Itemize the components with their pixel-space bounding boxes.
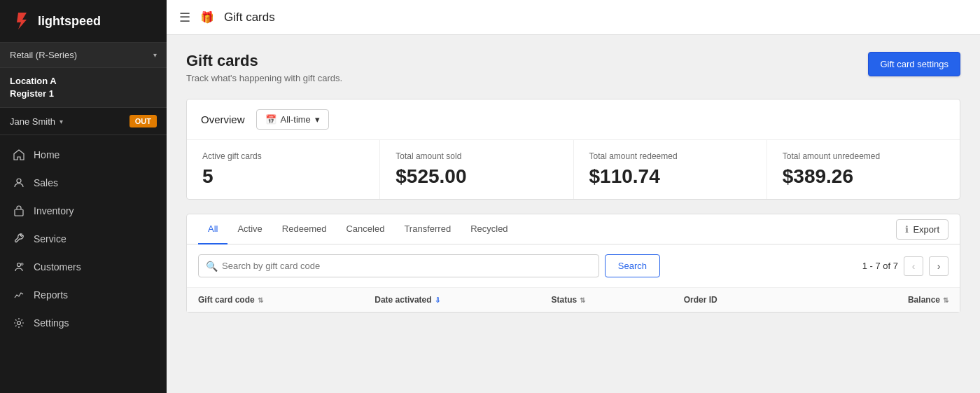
column-header-balance[interactable]: Balance ⇅	[816, 295, 948, 305]
chevron-down-icon: ▾	[153, 51, 157, 59]
svg-point-1	[17, 179, 21, 183]
export-label: Export	[913, 224, 939, 235]
sidebar-item-sales-label: Sales	[34, 177, 58, 188]
sidebar-item-settings[interactable]: Settings	[0, 309, 167, 337]
stat-total-unredeemed-value: $389.26	[783, 165, 944, 188]
stat-total-redeemed: Total amount redeemed $110.74	[574, 140, 767, 199]
sidebar-logo-text: lightspeed	[38, 14, 101, 29]
stat-total-unredeemed-label: Total amount unredeemed	[783, 151, 944, 161]
stat-active-cards-value: 5	[202, 165, 364, 188]
sidebar-store-name: Retail (R-Series)	[10, 50, 77, 60]
calendar-icon: 📅	[265, 114, 276, 125]
chevron-down-icon: ▾	[59, 118, 63, 125]
pagination-info: 1 - 7 of 7	[862, 261, 898, 271]
table-header: Gift card code ⇅ Date activated ⇩ Status…	[187, 288, 960, 312]
sidebar-item-service-label: Service	[34, 233, 66, 244]
gift-card-settings-button[interactable]: Gift card settings	[868, 52, 960, 76]
svg-rect-2	[15, 209, 23, 216]
sidebar-item-inventory-label: Inventory	[34, 205, 74, 216]
settings-icon	[13, 317, 25, 329]
tab-active[interactable]: Active	[227, 214, 272, 244]
sidebar-item-customers-label: Customers	[34, 261, 81, 273]
svg-marker-0	[17, 13, 27, 29]
overview-header: Overview 📅 All-time ▾	[187, 99, 960, 140]
chevron-down-icon: ▾	[315, 114, 320, 125]
sidebar-item-reports[interactable]: Reports	[0, 281, 167, 309]
search-button[interactable]: Search	[605, 254, 660, 277]
search-bar-left: 🔍 Search	[198, 254, 660, 277]
reports-icon	[13, 289, 25, 301]
alltime-label: All-time	[281, 114, 311, 125]
stat-total-redeemed-value: $110.74	[589, 165, 751, 188]
sort-icon-status: ⇅	[580, 296, 585, 304]
search-bar: 🔍 Search 1 - 7 of 7 ‹ ›	[187, 244, 960, 288]
page-content: Gift cards Track what's happening with g…	[167, 35, 980, 393]
search-icon: 🔍	[206, 261, 218, 272]
stat-total-sold-label: Total amount sold	[396, 151, 557, 161]
sidebar-item-home[interactable]: Home	[0, 141, 167, 169]
home-icon	[13, 149, 25, 161]
sidebar-user-row: Jane Smith ▾ OUT	[0, 108, 167, 135]
pagination-prev-button[interactable]: ‹	[904, 256, 923, 276]
sidebar-user-name: Jane Smith	[10, 116, 55, 127]
sidebar-logo: lightspeed	[0, 0, 167, 43]
stat-total-redeemed-label: Total amount redeemed	[589, 151, 751, 161]
service-icon	[13, 233, 25, 245]
svg-point-5	[18, 322, 21, 325]
sort-icon-balance: ⇅	[943, 296, 948, 304]
sort-icon-code: ⇅	[258, 296, 263, 304]
inventory-icon	[13, 205, 25, 217]
sidebar-item-inventory[interactable]: Inventory	[0, 197, 167, 225]
pagination: 1 - 7 of 7 ‹ ›	[862, 256, 948, 276]
topbar-title: Gift cards	[224, 11, 275, 25]
table-tabs-left: All Active Redeemed Canceled Transferred…	[198, 214, 518, 244]
overview-card: Overview 📅 All-time ▾ Active gift cards …	[186, 99, 960, 200]
tab-redeemed[interactable]: Redeemed	[272, 214, 337, 244]
sidebar: lightspeed Retail (R-Series) ▾ Location …	[0, 0, 167, 393]
page-subtitle: Track what's happening with gift cards.	[186, 73, 342, 83]
sidebar-item-home-label: Home	[34, 149, 59, 160]
svg-point-3	[18, 263, 21, 267]
stat-active-cards: Active gift cards 5	[187, 140, 380, 199]
overview-stats: Active gift cards 5 Total amount sold $5…	[187, 140, 960, 199]
sidebar-item-service[interactable]: Service	[0, 225, 167, 253]
column-header-status[interactable]: Status ⇅	[551, 295, 683, 305]
sidebar-item-reports-label: Reports	[34, 289, 68, 301]
tab-canceled[interactable]: Canceled	[336, 214, 394, 244]
sidebar-nav: Home Sales Inventory Service Customers	[0, 135, 167, 393]
search-input-wrapper: 🔍	[198, 254, 599, 277]
svg-point-4	[21, 263, 23, 266]
pagination-next-button[interactable]: ›	[929, 256, 948, 276]
sidebar-store-selector[interactable]: Retail (R-Series) ▾	[0, 43, 167, 68]
sidebar-user-info[interactable]: Jane Smith ▾	[10, 116, 63, 127]
column-header-order: Order ID	[684, 295, 816, 305]
tab-all[interactable]: All	[198, 214, 227, 244]
sidebar-out-badge: OUT	[130, 115, 157, 127]
info-icon: ℹ	[905, 224, 909, 235]
column-header-code[interactable]: Gift card code ⇅	[198, 295, 374, 305]
stat-total-sold: Total amount sold $525.00	[380, 140, 573, 199]
stat-total-unredeemed: Total amount unredeemed $389.26	[767, 140, 960, 199]
export-button[interactable]: ℹ Export	[896, 219, 948, 240]
table-section: All Active Redeemed Canceled Transferred…	[186, 214, 960, 313]
topbar: ☰ 🎁 Gift cards	[167, 0, 980, 35]
hamburger-menu-icon[interactable]: ☰	[179, 10, 190, 25]
sort-icon-date: ⇩	[435, 296, 440, 304]
column-header-date[interactable]: Date activated ⇩	[374, 295, 551, 305]
tab-transferred[interactable]: Transferred	[394, 214, 461, 244]
sidebar-item-sales[interactable]: Sales	[0, 169, 167, 197]
search-input[interactable]	[222, 255, 592, 277]
alltime-filter-button[interactable]: 📅 All-time ▾	[256, 109, 329, 130]
stat-total-sold-value: $525.00	[396, 165, 557, 188]
lightspeed-logo-icon	[13, 11, 32, 31]
page-header: Gift cards Track what's happening with g…	[186, 52, 960, 83]
overview-label: Overview	[201, 113, 245, 125]
sidebar-item-customers[interactable]: Customers	[0, 253, 167, 281]
tab-recycled[interactable]: Recycled	[461, 214, 517, 244]
sidebar-location-name: Location A Register 1	[10, 75, 157, 100]
sales-icon	[13, 177, 25, 189]
table-tabs: All Active Redeemed Canceled Transferred…	[187, 214, 960, 244]
page-header-text: Gift cards Track what's happening with g…	[186, 52, 342, 83]
page-title: Gift cards	[186, 52, 342, 70]
giftcard-icon: 🎁	[200, 11, 214, 24]
